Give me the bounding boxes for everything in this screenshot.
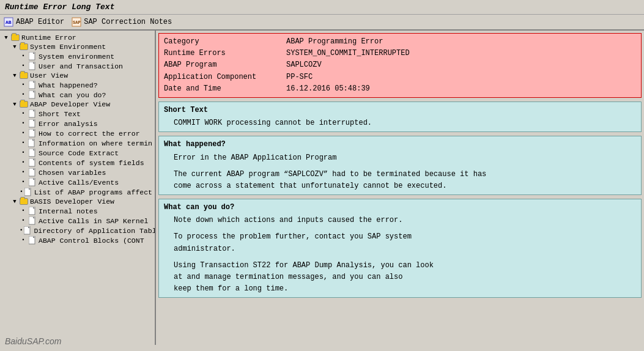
doc-icon: [28, 119, 37, 128]
what-happened-line1: Error in the ABAP Application Program: [174, 152, 636, 164]
expand-arrow: ▼: [11, 101, 18, 108]
doc-icon: [28, 158, 37, 167]
tree-label-abap-developer-view: ABAP Developer View: [30, 100, 110, 108]
expand-arrow: ▼: [2, 34, 10, 42]
bullet: •: [20, 227, 23, 234]
tree-label-directory-application: Directory of Application Table: [34, 227, 156, 235]
abap-editor-button[interactable]: AB ABAP Editor: [4, 17, 64, 27]
window-title: Runtime Error Long Text: [5, 2, 114, 12]
date-and-time-label: Date and Time: [164, 83, 286, 95]
abap-program-label: ABAP Program: [164, 59, 286, 71]
what-can-you-do-line6: keep them for a long time.: [174, 283, 636, 295]
tree-item-basis-developer-view[interactable]: ▼ BASIS Developer View: [0, 197, 155, 206]
tree-label-what-can-you-do: What can you do?: [39, 91, 106, 99]
doc-icon: [28, 129, 37, 138]
main-layout: ▼ Runtime Error ▼ System Environment • S…: [0, 31, 644, 345]
expand-arrow: ▼: [11, 198, 18, 205]
tree-label-contents-system-fields: Contents of system fields: [39, 159, 144, 167]
sap-correction-button[interactable]: SAP SAP Correction Notes: [72, 17, 172, 27]
expand-arrow: ▼: [11, 43, 18, 51]
tree-label-active-calls-events: Active Calls/Events: [39, 179, 119, 187]
bullet: •: [20, 159, 27, 166]
bullet: •: [20, 81, 27, 89]
tree-label-system-environment: System Environment: [30, 43, 106, 51]
application-component-value: PP-SFC: [286, 72, 313, 83]
tree-item-what-can-you-do[interactable]: • What can you do?: [0, 90, 155, 100]
tree-item-list-abap-programs[interactable]: • List of ABAP programs affect: [0, 187, 155, 197]
doc-icon: [28, 81, 37, 89]
tree-label-information-where-termn: Information on where termin: [39, 139, 152, 147]
toolbar: AB ABAP Editor SAP SAP Correction Notes: [0, 15, 644, 31]
bullet: •: [20, 179, 27, 186]
tree-item-system-environment-doc[interactable]: • System environment: [0, 51, 155, 61]
tree-item-system-environment[interactable]: ▼ System Environment: [0, 42, 155, 51]
tree-label-internal-notes: Internal notes: [39, 207, 98, 215]
tree-item-source-code-extract[interactable]: • Source Code Extract: [0, 148, 155, 158]
what-happened-header: What happened?: [164, 139, 636, 150]
doc-icon: [28, 52, 37, 61]
bullet: •: [20, 237, 27, 244]
tree-item-active-calls-events[interactable]: • Active Calls/Events: [0, 177, 155, 187]
tree-label-active-calls-sap-kernel: Active Calls in SAP Kernel: [39, 217, 148, 225]
tree-item-information-where-termn[interactable]: • Information on where termin: [0, 138, 155, 148]
short-text-header: Short Text: [164, 105, 636, 116]
what-can-you-do-line2: To process the problem further, contact …: [174, 231, 636, 243]
tree-item-how-to-correct[interactable]: • How to correct the error: [0, 128, 155, 138]
bullet: •: [20, 53, 27, 60]
doc-icon: [28, 168, 37, 177]
doc-icon: [28, 207, 37, 215]
svg-text:SAP: SAP: [73, 20, 81, 25]
tree-item-directory-application[interactable]: • Directory of Application Table: [0, 226, 155, 235]
doc-icon: [28, 149, 37, 157]
tree-item-user-and-transaction[interactable]: • User and Transaction: [0, 61, 155, 71]
bullet: •: [20, 110, 27, 117]
tree-item-error-analysis[interactable]: • Error analysis: [0, 119, 155, 128]
folder-icon: [20, 101, 28, 108]
runtime-errors-value: SYSTEM_ON_COMMIT_INTERRUPTED: [286, 48, 410, 59]
svg-text:AB: AB: [6, 20, 12, 25]
tree-item-abap-developer-view[interactable]: ▼ ABAP Developer View: [0, 100, 155, 109]
tree-label-abap-control-blocks: ABAP Control Blocks (CONT: [39, 237, 144, 245]
title-bar: Runtime Error Long Text: [0, 0, 644, 15]
expand-arrow: ▼: [11, 72, 18, 79]
bullet: •: [20, 169, 27, 176]
bullet: •: [20, 207, 27, 215]
tree-label-user-view: User View: [30, 72, 68, 79]
doc-icon: [28, 109, 37, 118]
tree-label-how-to-correct: How to correct the error: [39, 130, 140, 138]
what-can-you-do-line4: Using Transaction ST22 for ABAP Dump Ana…: [174, 260, 636, 272]
what-happened-line2: The current ABAP program “SAPLCOZV” had …: [174, 169, 636, 180]
folder-icon: [11, 34, 20, 41]
category-label: Category: [164, 36, 286, 48]
doc-icon: [28, 62, 37, 70]
folder-icon: [20, 43, 28, 50]
tree-item-contents-system-fields[interactable]: • Contents of system fields: [0, 158, 155, 168]
short-text-body: COMMIT WORK processing cannot be interru…: [174, 119, 372, 127]
tree-label-what-happened: What happened?: [39, 81, 98, 89]
abap-editor-label: ABAP Editor: [16, 18, 64, 26]
application-component-label: Application Component: [164, 72, 286, 83]
date-and-time-value: 16.12.2016 05:48:39: [286, 83, 370, 95]
tree-item-abap-control-blocks[interactable]: • ABAP Control Blocks (CONT: [0, 235, 155, 245]
doc-icon: [28, 91, 37, 99]
info-section: Category ABAP Programming Error Runtime …: [158, 33, 642, 98]
bullet: •: [20, 91, 27, 98]
what-happened-section: What happened? Error in the ABAP Applica…: [158, 136, 642, 195]
bullet: •: [20, 139, 27, 147]
runtime-errors-label: Runtime Errors: [164, 48, 286, 59]
doc-icon: [28, 216, 37, 225]
tree-label-system-environment-doc: System environment: [39, 53, 114, 61]
tree-item-internal-notes[interactable]: • Internal notes: [0, 206, 155, 216]
tree-label-user-and-transaction: User and Transaction: [39, 62, 123, 70]
right-panel: Category ABAP Programming Error Runtime …: [156, 31, 644, 345]
short-text-section: Short Text COMMIT WORK processing cannot…: [158, 102, 642, 132]
tree-item-user-view[interactable]: ▼ User View: [0, 71, 155, 80]
tree-item-chosen-variables[interactable]: • Chosen variables: [0, 168, 155, 177]
sap-correction-icon: SAP: [72, 17, 81, 27]
doc-icon: [24, 188, 32, 196]
tree-item-runtime-error[interactable]: ▼ Runtime Error: [0, 33, 155, 42]
tree-item-active-calls-sap-kernel[interactable]: • Active Calls in SAP Kernel: [0, 216, 155, 226]
tree-item-short-text[interactable]: • Short Text: [0, 109, 155, 119]
tree-item-what-happened[interactable]: • What happened?: [0, 80, 155, 90]
folder-icon: [20, 72, 28, 79]
